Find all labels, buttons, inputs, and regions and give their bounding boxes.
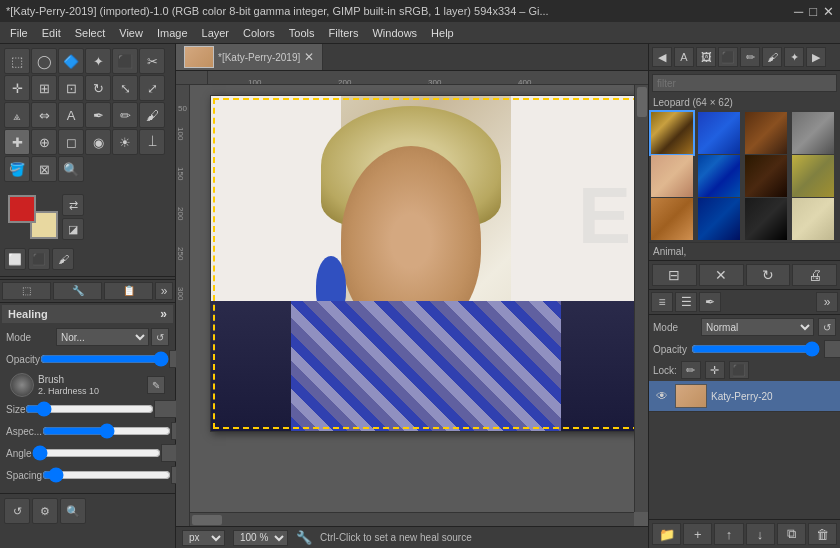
tool-ellipse-select[interactable]: ◯ <box>31 48 57 74</box>
tool-text[interactable]: A <box>58 102 84 128</box>
menu-windows[interactable]: Windows <box>366 25 423 41</box>
menu-tools[interactable]: Tools <box>283 25 321 41</box>
scrollbar-h-thumb[interactable] <box>192 515 222 525</box>
tool-blur[interactable]: ◉ <box>85 129 111 155</box>
menu-file[interactable]: File <box>4 25 34 41</box>
minimize-button[interactable]: ─ <box>794 4 803 19</box>
menu-layer[interactable]: Layer <box>196 25 236 41</box>
angle-slider[interactable] <box>32 446 161 460</box>
zoom-select[interactable]: 100 % 50 % 200 % <box>233 530 288 546</box>
menu-filters[interactable]: Filters <box>323 25 365 41</box>
layer-item-1[interactable]: 👁 Katy-Perry-20 <box>649 381 840 412</box>
layer-bottom-lower[interactable]: ↓ <box>746 523 775 545</box>
canvas-viewport[interactable]: E <box>190 85 648 526</box>
layer-bottom-new-layer[interactable]: + <box>683 523 712 545</box>
tool-crop[interactable]: ⊡ <box>58 75 84 101</box>
right-icon-brush[interactable]: ✦ <box>784 47 804 67</box>
pattern-cell-5[interactable] <box>651 155 693 197</box>
right-icon-paint[interactable]: 🖌 <box>762 47 782 67</box>
scrollbar-vertical[interactable] <box>634 85 648 512</box>
menu-select[interactable]: Select <box>69 25 112 41</box>
tool-bucket[interactable]: 🪣 <box>4 156 30 182</box>
layers-tab-paths[interactable]: ✒ <box>699 292 721 312</box>
pattern-cell-4[interactable] <box>792 112 834 154</box>
layer-visibility-toggle[interactable]: 👁 <box>653 387 671 405</box>
lock-alpha-btn[interactable]: ⬛ <box>729 361 749 379</box>
canvas-tab-main[interactable]: *[Katy-Perry-2019] ✕ <box>176 44 323 70</box>
tool-fuzzy-select[interactable]: ✦ <box>85 48 111 74</box>
tool-path2[interactable]: ⟘ <box>139 129 165 155</box>
tool-scale[interactable]: ⤡ <box>112 75 138 101</box>
right-action-add[interactable]: ↻ <box>746 264 791 286</box>
layer-bottom-new-group[interactable]: 📁 <box>652 523 681 545</box>
tool-clone[interactable]: ⊕ <box>31 129 57 155</box>
unit-select[interactable]: px mm in <box>182 530 225 546</box>
right-icon-next[interactable]: ▶ <box>806 47 826 67</box>
tool-pencil[interactable]: ✏ <box>112 102 138 128</box>
new-image-icon[interactable]: ⬜ <box>4 248 26 270</box>
size-slider[interactable] <box>25 402 154 416</box>
tool-blend[interactable]: ⊠ <box>31 156 57 182</box>
right-action-layers[interactable]: ⊟ <box>652 264 697 286</box>
pattern-cell-6[interactable] <box>698 155 740 197</box>
tool-dodge[interactable]: ☀ <box>112 129 138 155</box>
layers-opacity-slider[interactable] <box>691 342 820 356</box>
tool-flip[interactable]: ⇔ <box>31 102 57 128</box>
tool-rotate[interactable]: ↻ <box>85 75 111 101</box>
pattern-cell-2[interactable] <box>698 112 740 154</box>
mode-select[interactable]: Nor... <box>56 328 149 346</box>
right-icon-font[interactable]: A <box>674 47 694 67</box>
tool-paths[interactable]: ✒ <box>85 102 111 128</box>
reset-colors-icon[interactable]: ◪ <box>62 218 84 240</box>
layers-opacity-input[interactable] <box>824 340 840 358</box>
mode-reset-btn[interactable]: ↺ <box>151 328 169 346</box>
tool-tab-3[interactable]: 📋 <box>104 282 153 300</box>
layers-mode-select[interactable]: Normal Multiply Screen <box>701 318 814 336</box>
menu-colors[interactable]: Colors <box>237 25 281 41</box>
layers-tab-stack[interactable]: ≡ <box>651 292 673 312</box>
tool-erase[interactable]: ◻ <box>58 129 84 155</box>
aspect-slider[interactable] <box>42 424 171 438</box>
lock-position-btn[interactable]: ✛ <box>705 361 725 379</box>
pattern-cell-7[interactable] <box>745 155 787 197</box>
pattern-cell-9[interactable] <box>651 198 693 240</box>
tool-align[interactable]: ⊞ <box>31 75 57 101</box>
tool-tab-2[interactable]: 🔧 <box>53 282 102 300</box>
tool-heal[interactable]: ✚ <box>4 129 30 155</box>
layers-tab-options[interactable]: » <box>816 292 838 312</box>
tool-paint[interactable]: 🖌 <box>139 102 165 128</box>
tool-rect-select[interactable]: ⬚ <box>4 48 30 74</box>
pattern-cell-11[interactable] <box>745 198 787 240</box>
tool-tab-1[interactable]: ⬚ <box>2 282 51 300</box>
zoom-tool-btn[interactable]: 🔍 <box>60 498 86 524</box>
brush-edit-btn[interactable]: ✎ <box>147 376 165 394</box>
canvas-tab-close[interactable]: ✕ <box>304 50 314 64</box>
opacity-slider[interactable] <box>40 352 169 366</box>
menu-image[interactable]: Image <box>151 25 194 41</box>
right-icon-pattern[interactable]: ⬛ <box>718 47 738 67</box>
scrollbar-horizontal[interactable] <box>190 512 634 526</box>
tool-select-by-color[interactable]: ⬛ <box>112 48 138 74</box>
tool-perspective[interactable]: ⟁ <box>4 102 30 128</box>
right-icon-pencil[interactable]: ✏ <box>740 47 760 67</box>
right-icon-prev[interactable]: ◀ <box>652 47 672 67</box>
layers-tab-channels[interactable]: ☰ <box>675 292 697 312</box>
pattern-cell-12[interactable] <box>792 198 834 240</box>
tool-picker[interactable]: 🔍 <box>58 156 84 182</box>
tool-free-select[interactable]: 🔷 <box>58 48 84 74</box>
patterns-icon[interactable]: ⬛ <box>28 248 50 270</box>
tool-panel-expand[interactable]: » <box>155 282 173 300</box>
pattern-cell-10[interactable] <box>698 198 740 240</box>
brushes-icon[interactable]: 🖌 <box>52 248 74 270</box>
pattern-cell-3[interactable] <box>745 112 787 154</box>
pattern-cell-1[interactable] <box>651 112 693 154</box>
tool-options-btn[interactable]: ⚙ <box>32 498 58 524</box>
menu-view[interactable]: View <box>113 25 149 41</box>
tool-shear[interactable]: ⤢ <box>139 75 165 101</box>
lock-pixels-btn[interactable]: ✏ <box>681 361 701 379</box>
layer-bottom-delete[interactable]: 🗑 <box>808 523 837 545</box>
foreground-color-swatch[interactable] <box>8 195 36 223</box>
spacing-slider[interactable] <box>42 468 171 482</box>
pattern-cell-8[interactable] <box>792 155 834 197</box>
right-action-delete[interactable]: ✕ <box>699 264 744 286</box>
